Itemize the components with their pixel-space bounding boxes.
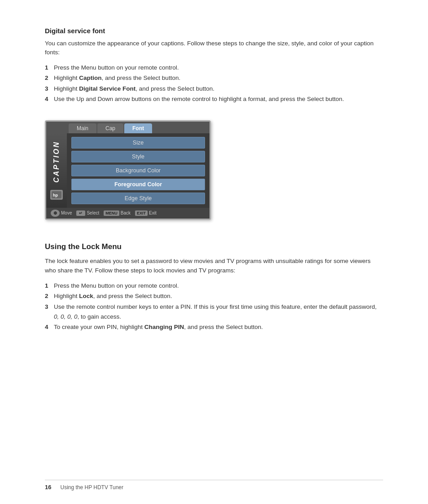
page-number: 16 (45, 484, 51, 491)
tab-cap[interactable]: Cap (97, 123, 123, 133)
digital-step-3: 3 Highlight Digital Service Font, and pr… (45, 84, 383, 94)
lock-section-title: Using the Lock Menu (45, 242, 383, 251)
menu-item-background-color[interactable]: Background Color (71, 165, 205, 176)
back-control: MENU Back (104, 210, 131, 216)
digital-service-font-section: Digital service font You can customize t… (45, 27, 383, 233)
lock-steps-list: 1 Press the Menu button on your remote c… (45, 281, 383, 332)
step-text: Press the Menu button on your remote con… (54, 63, 383, 73)
exit-control: EXIT Exit (135, 210, 157, 216)
tv-screen-wrapper: Main Cap Font CAPTION hp (45, 120, 211, 220)
select-label: Select (87, 210, 99, 215)
step-number: 2 (45, 291, 51, 301)
digital-step-4: 4 Use the Up and Down arrow buttons on t… (45, 94, 383, 104)
step-text: Highlight Lock, and press the Select but… (54, 291, 383, 301)
digital-step-1: 1 Press the Menu button on your remote c… (45, 63, 383, 73)
step-number: 4 (45, 322, 51, 332)
tv-body: CAPTION hp Size Style Background Color (46, 133, 210, 208)
tab-main[interactable]: Main (69, 123, 96, 133)
exit-label: Exit (149, 210, 157, 215)
menu-item-style[interactable]: Style (71, 151, 205, 162)
lock-step-2: 2 Highlight Lock, and press the Select b… (45, 291, 383, 301)
step-text: Use the remote control number keys to en… (54, 302, 383, 321)
svg-text:hp: hp (53, 193, 58, 197)
hp-logo: hp (50, 190, 63, 200)
select-icon: ↵ (76, 210, 85, 216)
digital-steps-list: 1 Press the Menu button on your remote c… (45, 63, 383, 104)
caption-label: CAPTION (52, 141, 61, 183)
digital-section-intro: You can customize the appearance of your… (45, 39, 383, 57)
step-number: 3 (45, 84, 51, 94)
select-control: ↵ Select (76, 210, 99, 216)
menu-icon: MENU (104, 210, 119, 216)
step-number: 1 (45, 63, 51, 73)
tab-font[interactable]: Font (124, 123, 152, 133)
tv-bottom-bar: ⊕ Move ↵ Select MENU Back EXIT Exit (46, 208, 210, 219)
step-text: To create your own PIN, highlight Changi… (54, 322, 383, 332)
tv-menu: Size Style Background Color Foreground C… (67, 133, 210, 208)
step-number: 3 (45, 302, 51, 321)
tv-sidebar: CAPTION hp (46, 133, 67, 208)
step-number: 4 (45, 94, 51, 104)
lock-intro: The lock feature enables you to set a pa… (45, 257, 383, 276)
step-text: Highlight Caption, and press the Select … (54, 73, 383, 83)
digital-step-2: 2 Highlight Caption, and press the Selec… (45, 73, 383, 83)
move-control: ⊕ Move (51, 210, 72, 217)
step-text: Highlight Digital Service Font, and pres… (54, 84, 383, 94)
tv-screen: Main Cap Font CAPTION hp (45, 120, 211, 220)
menu-item-size[interactable]: Size (71, 137, 205, 149)
lock-step-3: 3 Use the remote control number keys to … (45, 302, 383, 321)
move-icon: ⊕ (51, 210, 60, 217)
step-number: 1 (45, 281, 51, 291)
footer-text: Using the HP HDTV Tuner (60, 484, 123, 491)
exit-icon: EXIT (135, 210, 148, 216)
back-label: Back (121, 210, 131, 215)
menu-item-foreground-color[interactable]: Foreground Color (71, 179, 205, 190)
menu-item-edge-style[interactable]: Edge Style (71, 193, 205, 204)
digital-section-title: Digital service font (45, 27, 383, 35)
step-number: 2 (45, 73, 51, 83)
page-footer: 16 Using the HP HDTV Tuner (45, 480, 383, 491)
lock-menu-section: Using the Lock Menu The lock feature ena… (45, 242, 383, 332)
page-content: Digital service font You can customize t… (0, 0, 428, 367)
lock-step-1: 1 Press the Menu button on your remote c… (45, 281, 383, 291)
step-text: Press the Menu button on your remote con… (54, 281, 383, 291)
lock-step-4: 4 To create your own PIN, highlight Chan… (45, 322, 383, 332)
step-text: Use the Up and Down arrow buttons on the… (54, 94, 383, 104)
tv-tabs: Main Cap Font (46, 122, 210, 133)
move-label: Move (61, 210, 72, 215)
